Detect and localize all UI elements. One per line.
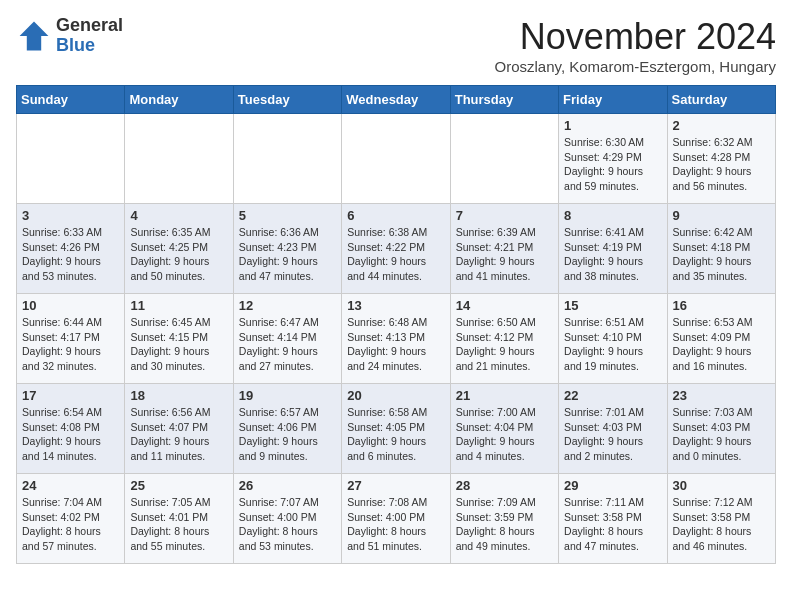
day-info: Sunrise: 6:48 AM Sunset: 4:13 PM Dayligh… bbox=[347, 315, 444, 374]
calendar-cell: 20Sunrise: 6:58 AM Sunset: 4:05 PM Dayli… bbox=[342, 384, 450, 474]
calendar-cell: 10Sunrise: 6:44 AM Sunset: 4:17 PM Dayli… bbox=[17, 294, 125, 384]
day-number: 11 bbox=[130, 298, 227, 313]
day-number: 12 bbox=[239, 298, 336, 313]
day-info: Sunrise: 6:39 AM Sunset: 4:21 PM Dayligh… bbox=[456, 225, 553, 284]
day-number: 10 bbox=[22, 298, 119, 313]
calendar-week-3: 10Sunrise: 6:44 AM Sunset: 4:17 PM Dayli… bbox=[17, 294, 776, 384]
day-number: 24 bbox=[22, 478, 119, 493]
day-info: Sunrise: 6:41 AM Sunset: 4:19 PM Dayligh… bbox=[564, 225, 661, 284]
calendar-cell: 11Sunrise: 6:45 AM Sunset: 4:15 PM Dayli… bbox=[125, 294, 233, 384]
calendar-cell: 28Sunrise: 7:09 AM Sunset: 3:59 PM Dayli… bbox=[450, 474, 558, 564]
calendar-cell: 24Sunrise: 7:04 AM Sunset: 4:02 PM Dayli… bbox=[17, 474, 125, 564]
day-info: Sunrise: 6:58 AM Sunset: 4:05 PM Dayligh… bbox=[347, 405, 444, 464]
day-number: 4 bbox=[130, 208, 227, 223]
day-info: Sunrise: 6:42 AM Sunset: 4:18 PM Dayligh… bbox=[673, 225, 770, 284]
day-number: 23 bbox=[673, 388, 770, 403]
logo-blue: Blue bbox=[56, 36, 123, 56]
day-number: 14 bbox=[456, 298, 553, 313]
page-header: General Blue November 2024 Oroszlany, Ko… bbox=[16, 16, 776, 75]
calendar-cell: 22Sunrise: 7:01 AM Sunset: 4:03 PM Dayli… bbox=[559, 384, 667, 474]
calendar-cell: 27Sunrise: 7:08 AM Sunset: 4:00 PM Dayli… bbox=[342, 474, 450, 564]
day-number: 21 bbox=[456, 388, 553, 403]
day-info: Sunrise: 6:54 AM Sunset: 4:08 PM Dayligh… bbox=[22, 405, 119, 464]
calendar-header-row: SundayMondayTuesdayWednesdayThursdayFrid… bbox=[17, 86, 776, 114]
logo-text: General Blue bbox=[56, 16, 123, 56]
day-number: 29 bbox=[564, 478, 661, 493]
day-number: 25 bbox=[130, 478, 227, 493]
calendar-cell: 5Sunrise: 6:36 AM Sunset: 4:23 PM Daylig… bbox=[233, 204, 341, 294]
calendar-cell: 12Sunrise: 6:47 AM Sunset: 4:14 PM Dayli… bbox=[233, 294, 341, 384]
calendar-cell: 19Sunrise: 6:57 AM Sunset: 4:06 PM Dayli… bbox=[233, 384, 341, 474]
day-info: Sunrise: 6:45 AM Sunset: 4:15 PM Dayligh… bbox=[130, 315, 227, 374]
calendar-cell bbox=[450, 114, 558, 204]
month-title: November 2024 bbox=[495, 16, 776, 58]
calendar-week-2: 3Sunrise: 6:33 AM Sunset: 4:26 PM Daylig… bbox=[17, 204, 776, 294]
day-info: Sunrise: 6:33 AM Sunset: 4:26 PM Dayligh… bbox=[22, 225, 119, 284]
day-info: Sunrise: 7:07 AM Sunset: 4:00 PM Dayligh… bbox=[239, 495, 336, 554]
calendar-cell: 14Sunrise: 6:50 AM Sunset: 4:12 PM Dayli… bbox=[450, 294, 558, 384]
location-subtitle: Oroszlany, Komarom-Esztergom, Hungary bbox=[495, 58, 776, 75]
logo: General Blue bbox=[16, 16, 123, 56]
day-info: Sunrise: 6:35 AM Sunset: 4:25 PM Dayligh… bbox=[130, 225, 227, 284]
logo-general: General bbox=[56, 16, 123, 36]
calendar-table: SundayMondayTuesdayWednesdayThursdayFrid… bbox=[16, 85, 776, 564]
day-info: Sunrise: 7:04 AM Sunset: 4:02 PM Dayligh… bbox=[22, 495, 119, 554]
day-info: Sunrise: 6:47 AM Sunset: 4:14 PM Dayligh… bbox=[239, 315, 336, 374]
day-info: Sunrise: 7:12 AM Sunset: 3:58 PM Dayligh… bbox=[673, 495, 770, 554]
day-info: Sunrise: 6:44 AM Sunset: 4:17 PM Dayligh… bbox=[22, 315, 119, 374]
svg-marker-0 bbox=[20, 21, 49, 50]
header-monday: Monday bbox=[125, 86, 233, 114]
day-info: Sunrise: 6:51 AM Sunset: 4:10 PM Dayligh… bbox=[564, 315, 661, 374]
calendar-cell: 29Sunrise: 7:11 AM Sunset: 3:58 PM Dayli… bbox=[559, 474, 667, 564]
calendar-cell: 6Sunrise: 6:38 AM Sunset: 4:22 PM Daylig… bbox=[342, 204, 450, 294]
calendar-cell bbox=[233, 114, 341, 204]
day-info: Sunrise: 7:09 AM Sunset: 3:59 PM Dayligh… bbox=[456, 495, 553, 554]
calendar-week-1: 1Sunrise: 6:30 AM Sunset: 4:29 PM Daylig… bbox=[17, 114, 776, 204]
calendar-cell: 1Sunrise: 6:30 AM Sunset: 4:29 PM Daylig… bbox=[559, 114, 667, 204]
title-block: November 2024 Oroszlany, Komarom-Eszterg… bbox=[495, 16, 776, 75]
header-tuesday: Tuesday bbox=[233, 86, 341, 114]
calendar-cell: 4Sunrise: 6:35 AM Sunset: 4:25 PM Daylig… bbox=[125, 204, 233, 294]
header-thursday: Thursday bbox=[450, 86, 558, 114]
day-number: 18 bbox=[130, 388, 227, 403]
day-number: 5 bbox=[239, 208, 336, 223]
calendar-cell: 2Sunrise: 6:32 AM Sunset: 4:28 PM Daylig… bbox=[667, 114, 775, 204]
calendar-cell: 3Sunrise: 6:33 AM Sunset: 4:26 PM Daylig… bbox=[17, 204, 125, 294]
day-number: 3 bbox=[22, 208, 119, 223]
day-number: 13 bbox=[347, 298, 444, 313]
day-number: 17 bbox=[22, 388, 119, 403]
day-number: 8 bbox=[564, 208, 661, 223]
day-number: 6 bbox=[347, 208, 444, 223]
day-number: 9 bbox=[673, 208, 770, 223]
calendar-cell bbox=[342, 114, 450, 204]
day-number: 19 bbox=[239, 388, 336, 403]
calendar-cell: 13Sunrise: 6:48 AM Sunset: 4:13 PM Dayli… bbox=[342, 294, 450, 384]
calendar-cell bbox=[125, 114, 233, 204]
day-number: 16 bbox=[673, 298, 770, 313]
calendar-cell: 21Sunrise: 7:00 AM Sunset: 4:04 PM Dayli… bbox=[450, 384, 558, 474]
calendar-cell: 18Sunrise: 6:56 AM Sunset: 4:07 PM Dayli… bbox=[125, 384, 233, 474]
day-number: 20 bbox=[347, 388, 444, 403]
calendar-cell: 16Sunrise: 6:53 AM Sunset: 4:09 PM Dayli… bbox=[667, 294, 775, 384]
day-number: 30 bbox=[673, 478, 770, 493]
calendar-cell bbox=[17, 114, 125, 204]
day-info: Sunrise: 7:01 AM Sunset: 4:03 PM Dayligh… bbox=[564, 405, 661, 464]
calendar-cell: 25Sunrise: 7:05 AM Sunset: 4:01 PM Dayli… bbox=[125, 474, 233, 564]
day-info: Sunrise: 7:08 AM Sunset: 4:00 PM Dayligh… bbox=[347, 495, 444, 554]
day-number: 27 bbox=[347, 478, 444, 493]
day-info: Sunrise: 6:50 AM Sunset: 4:12 PM Dayligh… bbox=[456, 315, 553, 374]
day-info: Sunrise: 7:03 AM Sunset: 4:03 PM Dayligh… bbox=[673, 405, 770, 464]
calendar-cell: 30Sunrise: 7:12 AM Sunset: 3:58 PM Dayli… bbox=[667, 474, 775, 564]
day-number: 22 bbox=[564, 388, 661, 403]
calendar-cell: 9Sunrise: 6:42 AM Sunset: 4:18 PM Daylig… bbox=[667, 204, 775, 294]
header-sunday: Sunday bbox=[17, 86, 125, 114]
calendar-cell: 7Sunrise: 6:39 AM Sunset: 4:21 PM Daylig… bbox=[450, 204, 558, 294]
calendar-week-5: 24Sunrise: 7:04 AM Sunset: 4:02 PM Dayli… bbox=[17, 474, 776, 564]
day-number: 26 bbox=[239, 478, 336, 493]
calendar-cell: 8Sunrise: 6:41 AM Sunset: 4:19 PM Daylig… bbox=[559, 204, 667, 294]
day-info: Sunrise: 7:11 AM Sunset: 3:58 PM Dayligh… bbox=[564, 495, 661, 554]
day-number: 2 bbox=[673, 118, 770, 133]
calendar-cell: 17Sunrise: 6:54 AM Sunset: 4:08 PM Dayli… bbox=[17, 384, 125, 474]
calendar-week-4: 17Sunrise: 6:54 AM Sunset: 4:08 PM Dayli… bbox=[17, 384, 776, 474]
day-info: Sunrise: 6:36 AM Sunset: 4:23 PM Dayligh… bbox=[239, 225, 336, 284]
